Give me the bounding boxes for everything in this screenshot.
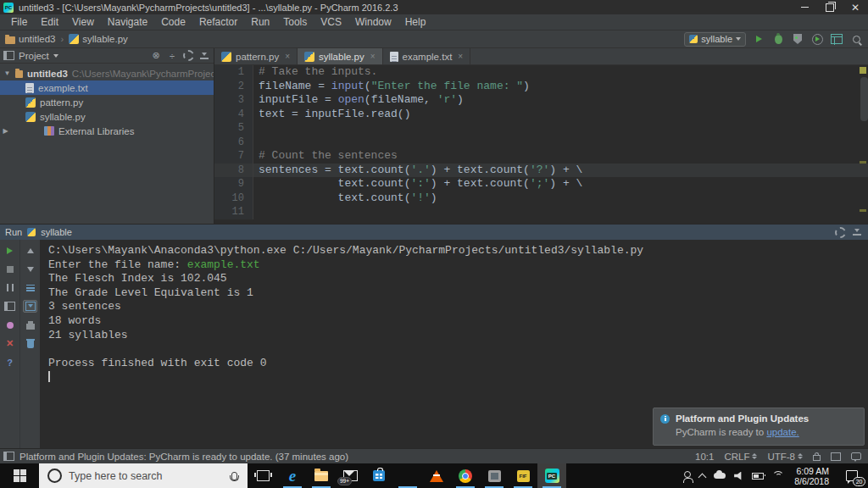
event-log-icon[interactable] — [851, 452, 861, 460]
close-run-button[interactable]: ✕ — [3, 337, 17, 350]
rerun-icon — [7, 247, 13, 254]
stop-button[interactable] — [3, 263, 17, 275]
hector-inspector-icon[interactable] — [831, 452, 841, 461]
status-bar: Platform and Plugin Updates: PyCharm is … — [0, 448, 868, 463]
tab-close-icon[interactable]: × — [458, 52, 463, 61]
toolwindow-toggle-icon[interactable] — [3, 452, 14, 461]
wifi-icon[interactable] — [772, 471, 782, 481]
taskbar-yellow-app-button[interactable]: FIF — [509, 463, 537, 488]
taskbar-search-input[interactable]: Type here to search — [39, 463, 248, 488]
tree-expanded-icon[interactable]: ▼ — [3, 69, 11, 77]
collapse-all-button[interactable]: ⊗ — [150, 50, 162, 62]
taskbar-chrome-button[interactable] — [451, 463, 480, 488]
menu-item-file[interactable]: File — [5, 15, 33, 29]
taskbar-mail-button[interactable]: 99+ — [336, 463, 364, 488]
rerun-button[interactable] — [3, 244, 17, 257]
task-view-button[interactable] — [248, 463, 278, 488]
tab-close-icon[interactable]: × — [370, 52, 376, 61]
onedrive-icon[interactable] — [714, 473, 726, 479]
close-button[interactable]: ✕ — [843, 0, 868, 14]
lock-icon[interactable] — [813, 455, 821, 461]
coverage-button[interactable] — [791, 32, 804, 46]
menu-item-view[interactable]: View — [66, 15, 100, 29]
hide-run-panel-button[interactable] — [851, 226, 863, 238]
navigation-bar: untitled3 › syllable.py syllable — [0, 30, 868, 48]
tree-root-untitled3[interactable]: ▼ untitled3 C:\Users\Mayank\PycharmProje… — [0, 66, 214, 80]
tab-syllable.py[interactable]: syllable.py× — [298, 48, 383, 64]
restore-layout-button[interactable] — [3, 300, 17, 313]
people-icon[interactable] — [684, 471, 691, 478]
menu-item-code[interactable]: Code — [155, 15, 192, 29]
menu-item-run[interactable]: Run — [245, 15, 275, 29]
taskbar-edge-button[interactable]: e — [278, 463, 307, 488]
help-button[interactable]: ? — [3, 356, 17, 369]
scroll-from-source-button[interactable]: ÷ — [166, 50, 178, 62]
tree-collapsed-icon[interactable]: ▶ — [2, 127, 9, 135]
settings-button[interactable] — [182, 50, 194, 62]
tab-close-icon[interactable]: × — [285, 52, 290, 61]
minimize-button[interactable] — [792, 0, 817, 14]
action-center-button[interactable]: 20 — [836, 463, 868, 488]
up-stack-trace-button[interactable] — [23, 244, 37, 257]
start-button[interactable] — [0, 463, 39, 488]
pin-tab-button[interactable] — [3, 319, 17, 331]
code-editor[interactable]: 1# Take the inputs.2fileName = input("En… — [214, 65, 868, 224]
hide-icon — [200, 53, 209, 59]
encoding-select[interactable]: UTF-8 — [767, 452, 803, 462]
scroll-to-end-button[interactable] — [23, 300, 37, 313]
tree-item-external-libraries[interactable]: ▶ External Libraries — [0, 124, 214, 138]
update-link[interactable]: update. — [766, 427, 798, 437]
taskbar-pycharm-button[interactable]: PC — [537, 463, 566, 488]
tree-item-example.txt[interactable]: example.txt — [0, 80, 214, 95]
menu-item-vcs[interactable]: VCS — [314, 15, 348, 29]
search-everywhere-button[interactable] — [849, 32, 863, 46]
microphone-icon[interactable] — [231, 472, 237, 480]
taskbar-explorer-button[interactable] — [307, 463, 336, 488]
menu-item-window[interactable]: Window — [349, 15, 398, 29]
run-with-console-button[interactable] — [810, 32, 824, 46]
editor-scrollbar[interactable] — [860, 77, 868, 121]
clear-console-button[interactable] — [23, 337, 37, 350]
arrow-up-icon — [27, 248, 34, 253]
taskbar-clock[interactable]: 6:09 AM 8/6/2018 — [787, 463, 836, 488]
menu-item-edit[interactable]: Edit — [35, 15, 64, 29]
status-message[interactable]: Platform and Plugin Updates: PyCharm is … — [19, 452, 348, 462]
breadcrumb-project[interactable]: untitled3 — [5, 34, 55, 44]
run-configuration-select[interactable]: syllable — [684, 32, 746, 47]
taskbar-media-app-button[interactable] — [480, 463, 509, 488]
restore-layout-button[interactable] — [830, 32, 843, 46]
caret-position[interactable]: 10:1 — [695, 452, 714, 462]
run-button[interactable] — [752, 32, 765, 46]
tab-example.txt[interactable]: example.txt× — [383, 48, 471, 64]
console-line: The Grade Level Equivalent is 1 — [48, 286, 868, 301]
console-toolbar — [20, 240, 41, 448]
tab-pattern.py[interactable]: pattern.py× — [214, 48, 298, 64]
print-button[interactable] — [23, 319, 37, 331]
tree-item-pattern.py[interactable]: pattern.py — [0, 95, 214, 109]
hide-panel-button[interactable] — [198, 50, 210, 62]
tree-item-syllable.py[interactable]: syllable.py — [0, 109, 214, 124]
close-icon: ✕ — [851, 3, 860, 12]
line-separator-select[interactable]: CRLF — [724, 452, 757, 462]
taskbar-vlc-button[interactable] — [422, 463, 451, 488]
run-tab-label[interactable]: Run — [5, 227, 22, 237]
tray-expand-icon[interactable] — [698, 473, 707, 481]
run-settings-button[interactable] — [834, 226, 846, 238]
battery-icon[interactable] — [752, 473, 764, 480]
pause-output-button[interactable] — [3, 281, 17, 294]
menu-item-help[interactable]: Help — [399, 15, 432, 29]
debug-button[interactable] — [771, 32, 785, 46]
inspection-status-icon[interactable] — [860, 67, 866, 74]
menu-item-tools[interactable]: Tools — [277, 15, 313, 29]
menu-item-refactor[interactable]: Refactor — [193, 15, 243, 29]
taskbar-sticky-notes-button[interactable] — [393, 463, 422, 488]
taskbar-store-button[interactable] — [364, 463, 393, 488]
restore-button[interactable] — [817, 0, 843, 14]
volume-icon[interactable] — [734, 472, 743, 480]
chevron-down-icon[interactable] — [53, 54, 58, 58]
breadcrumb-file[interactable]: syllable.py — [69, 34, 128, 44]
soft-wrap-button[interactable] — [23, 281, 37, 294]
notification-balloon[interactable]: Platform and Plugin Updates PyCharm is r… — [653, 408, 865, 446]
menu-item-navigate[interactable]: Navigate — [102, 15, 153, 29]
down-stack-trace-button[interactable] — [23, 263, 37, 275]
